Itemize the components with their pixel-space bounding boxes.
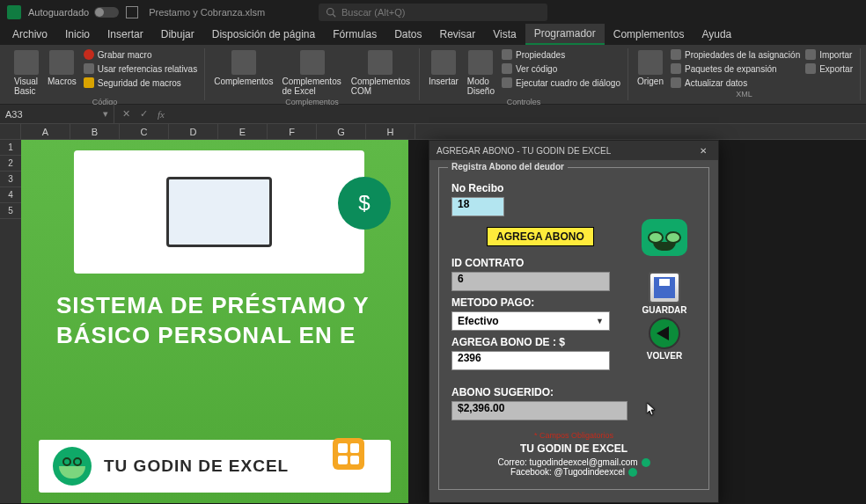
propiedades-button[interactable]: Propiedades <box>502 48 620 61</box>
no-recibo-label: No Recibo <box>451 182 696 194</box>
col-header[interactable]: G <box>317 124 366 139</box>
tab-ayuda[interactable]: Ayuda <box>693 25 740 44</box>
origen-button[interactable]: Origen <box>635 48 665 88</box>
pack-icon <box>671 63 681 74</box>
id-contrato-input[interactable]: 6 <box>451 272 610 291</box>
promo-brand-bar: TU GODIN DE EXCEL <box>39 440 391 493</box>
complementos-com-button[interactable]: Complementos COM <box>349 48 412 98</box>
import-icon <box>805 49 816 60</box>
col-header[interactable]: H <box>366 124 415 139</box>
ejecutar-dialogo-button[interactable]: Ejecutar cuadro de diálogo <box>502 77 620 89</box>
modo-diseno-button[interactable]: Modo Diseño <box>466 48 496 98</box>
col-header[interactable]: D <box>169 124 218 139</box>
tab-archivo[interactable]: Archivo <box>4 25 56 44</box>
filename: Prestamo y Cobranza.xlsm <box>149 7 265 18</box>
tab-dibujar[interactable]: Dibujar <box>152 25 203 44</box>
search-box[interactable]: Buscar (Alt+Q) <box>319 4 547 21</box>
source-icon <box>638 50 663 75</box>
tab-datos[interactable]: Datos <box>385 25 430 44</box>
godin-logo-icon <box>53 447 92 486</box>
tab-formulas[interactable]: Fórmulas <box>324 25 385 44</box>
ver-codigo-button[interactable]: Ver código <box>502 62 620 75</box>
dialog-title: AGREGAR ABONO - TU GODIN DE EXCEL <box>437 146 611 156</box>
paquetes-expansion-button[interactable]: Paquetes de expansión <box>671 62 800 75</box>
group-label: Controles <box>427 98 620 108</box>
toggle-icon[interactable] <box>94 7 119 18</box>
save-icon[interactable] <box>126 6 138 18</box>
row-header[interactable]: 4 <box>0 187 21 203</box>
exportar-button[interactable]: Exportar <box>805 62 853 75</box>
record-icon <box>84 49 94 60</box>
close-button[interactable]: ✕ <box>695 146 711 156</box>
promo-image: $ SISTEMA DE PRÉSTAMO Y BÁSICO PERSONAL … <box>21 140 408 503</box>
visual-basic-button[interactable]: Visual Basic <box>12 48 40 98</box>
tab-complementos[interactable]: Complementos <box>605 25 694 44</box>
tab-revisar[interactable]: Revisar <box>431 25 485 44</box>
no-recibo-input[interactable]: 18 <box>451 197 504 216</box>
svg-line-1 <box>333 14 335 17</box>
col-header[interactable]: B <box>70 124 120 139</box>
volver-button[interactable]: VOLVER <box>642 318 687 361</box>
col-header[interactable]: F <box>268 124 317 139</box>
abono-sugerido-label: ABONO SUGERIDO: <box>451 386 696 398</box>
actualizar-datos-button[interactable]: Actualizar datos <box>671 77 800 89</box>
complementos-button[interactable]: Complementos <box>212 48 275 88</box>
search-icon <box>326 7 336 18</box>
tab-inicio[interactable]: Inicio <box>56 25 99 44</box>
importar-button[interactable]: Importar <box>805 48 853 61</box>
tab-vista[interactable]: Vista <box>484 25 525 44</box>
ribbon-group-complementos: Complementos Complementos de Excel Compl… <box>205 48 420 100</box>
group-label: XML <box>635 90 853 100</box>
prop-asignacion-button[interactable]: Propiedades de la asignación <box>671 48 800 61</box>
row-headers: 1 2 3 4 5 <box>0 140 21 503</box>
addin-excel-icon <box>300 50 325 75</box>
fx-button[interactable]: fx <box>153 106 169 122</box>
addin-com-icon <box>368 50 393 75</box>
name-box-value: A33 <box>5 109 23 120</box>
group-label: Complementos <box>212 98 412 108</box>
macros-button[interactable]: Macros <box>46 48 78 88</box>
ribbon-group-codigo: Visual Basic Macros Grabar macro Usar re… <box>5 48 205 100</box>
save-disk-icon <box>649 272 680 303</box>
addin-icon <box>231 50 256 75</box>
ref-relativas-button[interactable]: Usar referencias relativas <box>84 62 197 75</box>
chevron-down-icon[interactable]: ▾ <box>103 108 108 120</box>
agrega-bono-input[interactable]: 2396 <box>451 351 610 370</box>
select-all-corner[interactable] <box>0 124 21 139</box>
chevron-down-icon: ▼ <box>596 317 604 325</box>
status-dot-icon <box>628 468 637 477</box>
footer-brand: TU GODIN DE EXCEL <box>451 442 696 455</box>
cancel-formula-button[interactable]: ✕ <box>118 106 134 122</box>
col-header[interactable]: C <box>120 124 169 139</box>
col-header[interactable]: E <box>218 124 268 139</box>
seguridad-macros-button[interactable]: Seguridad de macros <box>84 77 197 89</box>
grid-menu-icon <box>333 438 364 470</box>
row-header[interactable]: 5 <box>0 203 21 219</box>
grabar-macro-button[interactable]: Grabar macro <box>84 48 197 61</box>
svg-point-0 <box>327 8 334 15</box>
handshake-icon: $ <box>338 177 391 230</box>
insertar-control-button[interactable]: Insertar <box>427 48 460 88</box>
accept-formula-button[interactable]: ✓ <box>136 106 151 122</box>
dialog-titlebar[interactable]: AGREGAR ABONO - TU GODIN DE EXCEL ✕ <box>429 141 718 160</box>
back-arrow-icon <box>649 318 680 349</box>
tab-programador[interactable]: Programador <box>525 24 605 45</box>
titlebar: Autoguardado Prestamo y Cobranza.xlsm Bu… <box>0 0 866 24</box>
tab-insertar[interactable]: Insertar <box>99 25 152 44</box>
design-icon <box>468 50 493 75</box>
column-headers: A B C D E F G H <box>0 124 866 140</box>
run-icon <box>502 77 512 88</box>
row-header[interactable]: 1 <box>0 140 21 156</box>
tab-disposicion[interactable]: Disposición de página <box>203 25 324 44</box>
row-header[interactable]: 3 <box>0 172 21 187</box>
cells-area[interactable]: $ SISTEMA DE PRÉSTAMO Y BÁSICO PERSONAL … <box>21 140 866 503</box>
guardar-button[interactable]: GUARDAR <box>642 272 687 315</box>
complementos-excel-button[interactable]: Complementos de Excel <box>280 48 343 98</box>
row-header[interactable]: 2 <box>0 156 21 172</box>
metodo-pago-select[interactable]: Efectivo ▼ <box>451 311 610 331</box>
promo-graphic: $ <box>74 150 364 274</box>
worksheet[interactable]: 1 2 3 4 5 $ SISTEMA DE PRÉSTAMO Y BÁSICO… <box>0 140 866 503</box>
autosave-toggle[interactable]: Autoguardado <box>28 7 119 18</box>
col-header[interactable]: A <box>21 124 70 139</box>
name-box[interactable]: A33 ▾ <box>0 105 114 123</box>
